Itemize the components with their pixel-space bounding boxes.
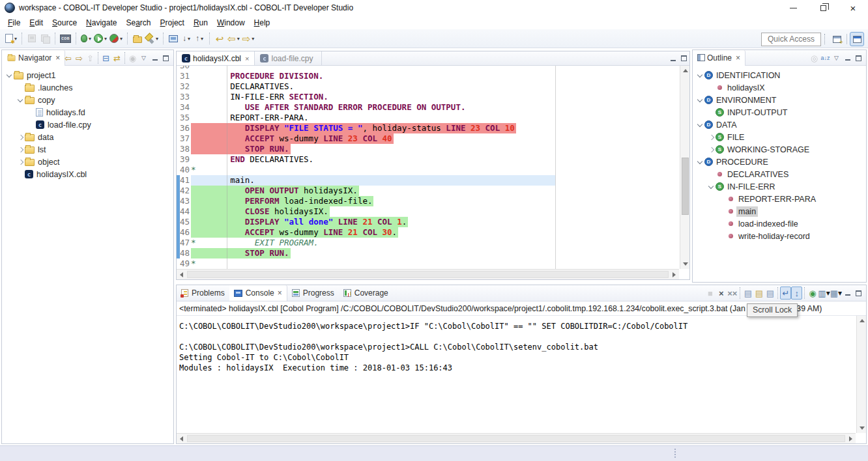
code-line-43[interactable]: 43 PERFORM load-indexed-file. xyxy=(177,196,689,206)
open-perspective-button[interactable]: + xyxy=(830,32,844,46)
scroll-lock-toggle[interactable]: ↕ xyxy=(791,286,802,300)
show-stdout-when-changed-toggle[interactable]: ▤ xyxy=(753,286,764,300)
status-bar-grip[interactable] xyxy=(674,449,676,458)
outline-item-procedure[interactable]: DPROCEDURE xyxy=(693,156,866,168)
console-horizontal-scrollbar[interactable] xyxy=(177,433,856,443)
line-number[interactable]: 39 xyxy=(177,154,190,165)
outline-item-input-output[interactable]: SINPUT-OUTPUT xyxy=(693,106,866,119)
code-line-36[interactable]: 36 DISPLAY "FILE STATUS = ", holiday-sta… xyxy=(177,123,689,133)
scroll-up-icon[interactable] xyxy=(857,316,867,326)
run-button[interactable]: ▾ xyxy=(93,31,108,46)
cobol-perspective-button[interactable] xyxy=(850,32,864,46)
previous-annotation-button[interactable]: ↑▾ xyxy=(193,31,206,46)
code-line-34[interactable]: 34 USE AFTER STANDARD ERROR PROCEDURE ON… xyxy=(177,102,689,113)
dropdown-arrow-icon[interactable]: ▾ xyxy=(252,36,254,42)
line-number[interactable]: 33 xyxy=(177,92,190,102)
sort-alphabetically-button[interactable]: a↓z xyxy=(820,51,831,64)
chevron-down-icon[interactable] xyxy=(697,96,704,104)
chevron-right-icon[interactable] xyxy=(708,133,716,141)
restore-button[interactable] xyxy=(808,0,838,16)
cobol-build-button[interactable]: COB xyxy=(59,31,72,46)
chevron-down-icon[interactable] xyxy=(697,121,704,129)
code-line-46[interactable]: 46 ACCEPT ws-dummy LINE 21 COL 30. xyxy=(177,227,689,238)
outline-item-working-storage[interactable]: SWORKING-STORAGE xyxy=(693,143,866,156)
navigator-item-data[interactable]: data xyxy=(2,131,173,143)
word-wrap-toggle[interactable]: ↵ xyxy=(780,286,791,300)
close-icon[interactable]: × xyxy=(55,53,60,63)
back-button[interactable]: ⇦▾ xyxy=(226,31,241,46)
maximize-view-button[interactable] xyxy=(853,286,864,300)
menu-file[interactable]: File xyxy=(3,17,25,29)
dropdown-arrow-icon[interactable]: ▾ xyxy=(156,36,158,42)
scroll-down-icon[interactable] xyxy=(680,259,690,269)
code-line-30[interactable]: 30 xyxy=(177,66,689,71)
minimize-view-button[interactable] xyxy=(842,286,853,300)
scroll-left-icon[interactable] xyxy=(177,434,186,443)
minimize-button[interactable] xyxy=(778,0,808,16)
chevron-down-icon[interactable] xyxy=(697,158,704,166)
last-edit-location-button[interactable]: ↩ xyxy=(213,31,226,46)
console-tab-problems[interactable]: Problems xyxy=(177,285,229,301)
view-menu-button[interactable]: ▽ xyxy=(831,51,842,64)
coverage-run-button[interactable]: ▾ xyxy=(108,31,124,46)
editor-tab-load-file-cpy[interactable]: cload-file.cpy xyxy=(255,51,321,65)
chevron-down-icon[interactable] xyxy=(6,72,14,79)
code-line-40[interactable]: 40* xyxy=(177,165,689,175)
line-number[interactable]: 49 xyxy=(177,258,190,269)
forward-button[interactable]: ⇨▾ xyxy=(241,31,256,46)
dropdown-arrow-icon[interactable]: ▾ xyxy=(237,36,240,42)
navigator-item--launches[interactable]: .launches xyxy=(2,81,173,94)
navigator-item-lst[interactable]: lst xyxy=(2,143,173,156)
outline-item-declaratives[interactable]: DECLARATIVES xyxy=(693,168,866,180)
code-line-38[interactable]: 38 STOP RUN. xyxy=(177,144,689,154)
editor-horizontal-scrollbar[interactable] xyxy=(177,269,679,279)
outline-item-report-err-para[interactable]: REPORT-ERR-PARA xyxy=(693,193,866,205)
close-icon[interactable]: × xyxy=(278,288,282,298)
outline-item-main[interactable]: main xyxy=(693,205,866,217)
code-line-31[interactable]: 31 PROCEDURE DIVISION. xyxy=(177,71,689,81)
new-wizard-button[interactable]: ▾ xyxy=(4,31,18,46)
debug-button[interactable]: ▾ xyxy=(80,31,93,46)
dropdown-arrow-icon[interactable]: ▾ xyxy=(188,36,190,42)
code-line-37[interactable]: 37 ACCEPT ws-dummy LINE 23 COL 40 xyxy=(177,133,689,144)
navigator-item-holidays-fd[interactable]: holidays.fd xyxy=(2,106,173,119)
menu-run[interactable]: Run xyxy=(189,17,212,29)
chevron-down-icon[interactable] xyxy=(708,183,716,191)
code-line-35[interactable]: 35 REPORT-ERR-PARA. xyxy=(177,113,689,123)
forward-button[interactable]: ⇨ xyxy=(74,51,85,64)
navigator-item-object[interactable]: object xyxy=(2,156,173,168)
console-vertical-scrollbar[interactable] xyxy=(856,316,866,433)
line-number[interactable]: 35 xyxy=(177,113,190,123)
menu-window[interactable]: Window xyxy=(212,17,250,29)
open-console-button[interactable] xyxy=(167,31,180,46)
chevron-right-icon[interactable] xyxy=(17,158,25,166)
console-tab-coverage[interactable]: Coverage xyxy=(339,285,393,301)
scroll-left-icon[interactable] xyxy=(177,270,186,279)
minimize-view-button[interactable] xyxy=(842,51,853,64)
dropdown-arrow-icon[interactable]: ▾ xyxy=(120,36,123,42)
outline-item-environment[interactable]: DENVIRONMENT xyxy=(693,94,866,106)
menu-edit[interactable]: Edit xyxy=(25,17,48,29)
line-number[interactable]: 40 xyxy=(177,165,190,175)
display-selected-console-button[interactable]: ▥▾ xyxy=(818,286,830,300)
code-line-44[interactable]: 44 CLOSE holidaysIX. xyxy=(177,206,689,217)
outline-item-load-indexed-file[interactable]: load-indexed-file xyxy=(693,217,866,230)
code-line-48[interactable]: 48 STOP RUN. xyxy=(177,248,689,258)
outline-item-write-holiday-record[interactable]: write-holiday-record xyxy=(693,230,866,242)
editor-vertical-scrollbar[interactable] xyxy=(680,66,689,269)
scroll-down-icon[interactable] xyxy=(857,423,867,433)
code-line-45[interactable]: 45 DISPLAY "all done" LINE 21 COL 1. xyxy=(177,217,689,227)
chevron-right-icon[interactable] xyxy=(17,146,25,154)
close-icon[interactable]: × xyxy=(736,53,740,63)
navigator-tab[interactable]: Navigator × xyxy=(2,50,65,66)
menu-source[interactable]: Source xyxy=(48,17,81,29)
code-line-41[interactable]: 41 main. xyxy=(177,175,689,186)
maximize-view-button[interactable] xyxy=(160,51,171,64)
outline-item-holidaysix[interactable]: holidaysIX xyxy=(693,81,866,94)
scrollbar-thumb[interactable] xyxy=(187,271,669,278)
open-console-button[interactable]: ▦▾ xyxy=(830,286,842,300)
remove-all-terminated-button[interactable]: ×× xyxy=(727,286,738,300)
menu-help[interactable]: Help xyxy=(250,17,275,29)
chevron-down-icon[interactable] xyxy=(17,96,25,104)
collapse-all-button[interactable]: ⊟ xyxy=(100,51,111,64)
